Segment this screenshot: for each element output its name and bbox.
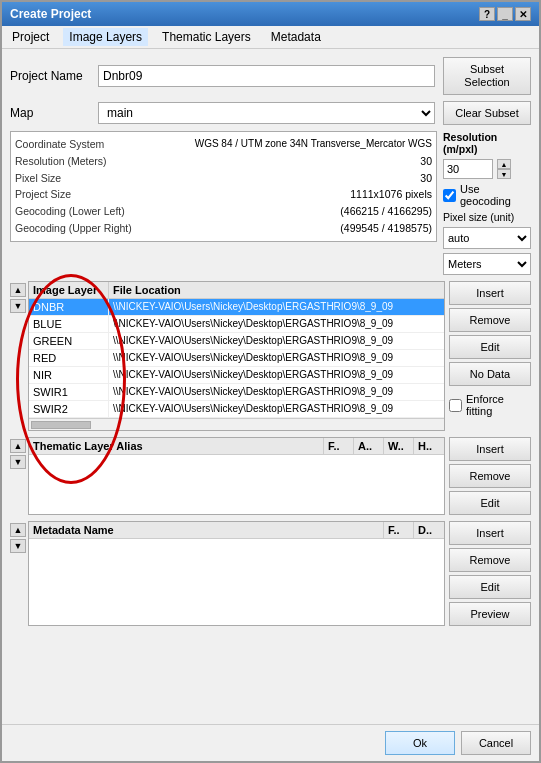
layer-name: RED — [29, 350, 109, 366]
layer-file: \\NICKEY-VAIO\Users\Nickey\Desktop\ERGAS… — [109, 299, 444, 315]
main-window: Create Project ? _ ✕ Project Image Layer… — [0, 0, 541, 763]
menu-metadata[interactable]: Metadata — [265, 28, 327, 46]
metadata-col-name: Metadata Name — [29, 522, 384, 538]
spin-up-btn[interactable]: ▲ — [497, 159, 511, 169]
thematic-insert-button[interactable]: Insert — [449, 437, 531, 461]
title-bar-buttons: ? _ ✕ — [479, 7, 531, 21]
image-nodata-button[interactable]: No Data — [449, 362, 531, 386]
content-area: Project Name Subset Selection Map main C… — [2, 49, 539, 724]
image-remove-button[interactable]: Remove — [449, 308, 531, 332]
metadata-col-d: D.. — [414, 522, 444, 538]
metadata-insert-button[interactable]: Insert — [449, 521, 531, 545]
enforce-fitting-checkbox[interactable] — [449, 399, 462, 412]
table-row[interactable]: GREEN \\NICKEY-VAIO\Users\Nickey\Desktop… — [29, 333, 444, 350]
table-row[interactable]: SWIR2 \\NICKEY-VAIO\Users\Nickey\Desktop… — [29, 401, 444, 418]
metadata-header: Metadata Name F.. D.. — [29, 522, 444, 539]
table-row[interactable]: NIR \\NICKEY-VAIO\Users\Nickey\Desktop\E… — [29, 367, 444, 384]
footer-bar: Ok Cancel — [2, 724, 539, 761]
image-layers-buttons: Insert Remove Edit No Data Enforce fitti… — [449, 281, 531, 431]
project-name-label: Project Name — [10, 69, 90, 83]
layer-name: DNBR — [29, 299, 109, 315]
thematic-layers-header: Thematic Layer Alias F.. A.. W.. H.. — [29, 438, 444, 455]
info-row-res: Resolution (Meters) 30 — [15, 153, 432, 170]
project-info-box: Coordinate System WGS 84 / UTM zone 34N … — [10, 131, 437, 242]
title-bar: Create Project ? _ ✕ — [2, 2, 539, 26]
image-scroll-down[interactable]: ▼ — [10, 299, 26, 313]
info-section: Coordinate System WGS 84 / UTM zone 34N … — [10, 131, 531, 275]
image-scroll-stub — [29, 418, 444, 430]
close-button[interactable]: ✕ — [515, 7, 531, 21]
menu-bar: Project Image Layers Thematic Layers Met… — [2, 26, 539, 49]
pixel-unit-select-1[interactable]: auto — [443, 227, 531, 249]
table-row[interactable]: BLUE \\NICKEY-VAIO\Users\Nickey\Desktop\… — [29, 316, 444, 333]
thematic-scroll-up[interactable]: ▲ — [10, 439, 26, 453]
metadata-preview-button[interactable]: Preview — [449, 602, 531, 626]
menu-image-layers[interactable]: Image Layers — [63, 28, 148, 46]
menu-project[interactable]: Project — [6, 28, 55, 46]
layer-name: NIR — [29, 367, 109, 383]
clear-subset-button[interactable]: Clear Subset — [443, 101, 531, 125]
metadata-scroll-up[interactable]: ▲ — [10, 523, 26, 537]
resolution-input[interactable] — [443, 159, 493, 179]
minimize-button[interactable]: _ — [497, 7, 513, 21]
cancel-button[interactable]: Cancel — [461, 731, 531, 755]
info-row-cs: Coordinate System WGS 84 / UTM zone 34N … — [15, 136, 432, 153]
metadata-table: Metadata Name F.. D.. — [28, 521, 445, 626]
image-layers-table: Image Layer File Location DNBR \\NICKEY-… — [28, 281, 445, 431]
thematic-remove-button[interactable]: Remove — [449, 464, 531, 488]
layer-name: SWIR1 — [29, 384, 109, 400]
col-image-layer: Image Layer — [29, 282, 109, 298]
thematic-col-w: W.. — [384, 438, 414, 454]
table-row[interactable]: RED \\NICKEY-VAIO\Users\Nickey\Desktop\E… — [29, 350, 444, 367]
resolution-spinner[interactable]: ▲ ▼ — [497, 159, 511, 179]
metadata-col-f: F.. — [384, 522, 414, 538]
resolution-label: Resolution (m/pxl) — [443, 131, 531, 155]
layer-name: SWIR2 — [29, 401, 109, 417]
right-controls: Resolution (m/pxl) ▲ ▼ Use geocoding Pix… — [443, 131, 531, 275]
map-label: Map — [10, 106, 90, 120]
project-name-input[interactable] — [98, 65, 435, 87]
metadata-body — [29, 539, 444, 625]
table-row[interactable]: SWIR1 \\NICKEY-VAIO\Users\Nickey\Desktop… — [29, 384, 444, 401]
metadata-scroll-down[interactable]: ▼ — [10, 539, 26, 553]
scroll-thumb[interactable] — [31, 421, 91, 429]
metadata-remove-button[interactable]: Remove — [449, 548, 531, 572]
map-select[interactable]: main — [98, 102, 435, 124]
metadata-scroll-arrows: ▲ ▼ — [10, 521, 26, 626]
image-layers-section: ▲ ▼ Image Layer File Location DNBR \\NIC… — [10, 281, 531, 431]
image-layers-table-wrapper: ▲ ▼ Image Layer File Location DNBR \\NIC… — [10, 281, 445, 431]
layer-name: BLUE — [29, 316, 109, 332]
window-title: Create Project — [10, 7, 91, 21]
geocoding-checkbox[interactable] — [443, 189, 456, 202]
spin-down-btn[interactable]: ▼ — [497, 169, 511, 179]
thematic-col-h: H.. — [414, 438, 444, 454]
map-row: Map main Clear Subset — [10, 101, 531, 125]
image-scroll-arrows: ▲ ▼ — [10, 281, 26, 431]
layer-file: \\NICKEY-VAIO\Users\Nickey\Desktop\ERGAS… — [109, 350, 444, 366]
help-button[interactable]: ? — [479, 7, 495, 21]
thematic-layers-table-wrapper: ▲ ▼ Thematic Layer Alias F.. A.. W.. H.. — [10, 437, 445, 515]
subset-selection-button[interactable]: Subset Selection — [443, 57, 531, 95]
menu-thematic-layers[interactable]: Thematic Layers — [156, 28, 257, 46]
info-row-px: Pixel Size 30 — [15, 170, 432, 187]
thematic-col-alias: Thematic Layer Alias — [29, 438, 324, 454]
thematic-scroll-arrows: ▲ ▼ — [10, 437, 26, 515]
image-scroll-up[interactable]: ▲ — [10, 283, 26, 297]
project-name-row: Project Name Subset Selection — [10, 57, 531, 95]
thematic-layers-section: ▲ ▼ Thematic Layer Alias F.. A.. W.. H..… — [10, 437, 531, 515]
image-edit-button[interactable]: Edit — [449, 335, 531, 359]
metadata-section: ▲ ▼ Metadata Name F.. D.. Insert Remove … — [10, 521, 531, 626]
layer-file: \\NICKEY-VAIO\Users\Nickey\Desktop\ERGAS… — [109, 367, 444, 383]
table-row[interactable]: DNBR \\NICKEY-VAIO\Users\Nickey\Desktop\… — [29, 299, 444, 316]
enforce-fitting-label: Enforce fitting — [466, 393, 531, 417]
resolution-row: ▲ ▼ — [443, 159, 531, 179]
thematic-edit-button[interactable]: Edit — [449, 491, 531, 515]
ok-button[interactable]: Ok — [385, 731, 455, 755]
metadata-edit-button[interactable]: Edit — [449, 575, 531, 599]
thematic-scroll-down[interactable]: ▼ — [10, 455, 26, 469]
thematic-layers-buttons: Insert Remove Edit — [449, 437, 531, 515]
layer-file: \\NICKEY-VAIO\Users\Nickey\Desktop\ERGAS… — [109, 401, 444, 417]
pixel-unit-select-2[interactable]: Meters — [443, 253, 531, 275]
thematic-col-f: F.. — [324, 438, 354, 454]
image-insert-button[interactable]: Insert — [449, 281, 531, 305]
